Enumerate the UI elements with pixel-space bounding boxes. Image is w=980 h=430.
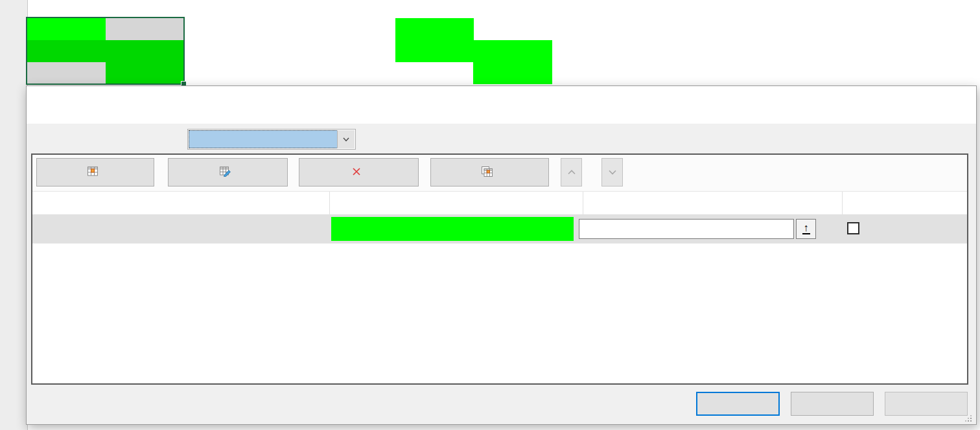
duplicate-rule-button[interactable] (430, 158, 549, 187)
sheet-bottom-sliver (27, 425, 980, 430)
rule-row[interactable]: ↑ (32, 214, 967, 243)
cell-F14[interactable] (474, 18, 552, 40)
resize-grip-icon[interactable] (964, 414, 973, 423)
chevron-up-icon (566, 167, 577, 178)
chevron-down-icon[interactable] (337, 130, 355, 148)
applies-to-input[interactable] (579, 219, 794, 239)
cell-E16[interactable] (395, 62, 474, 84)
cell-F15[interactable] (473, 40, 552, 62)
dialog-titlebar[interactable] (27, 86, 976, 124)
delete-rule-icon (351, 166, 362, 179)
range-picker-button[interactable]: ↑ (796, 219, 816, 239)
rule-format-preview (331, 217, 574, 241)
cell-E15[interactable] (395, 40, 474, 62)
close-button[interactable] (791, 392, 874, 416)
excel-screen: ↑ (0, 0, 980, 430)
ok-button[interactable] (696, 392, 780, 416)
edit-rule-button[interactable] (168, 158, 288, 187)
move-rule-down-button[interactable] (601, 158, 623, 187)
new-rule-icon (87, 166, 99, 179)
rules-list-header (32, 192, 967, 215)
duplicate-rule-icon (481, 166, 493, 179)
cell-F16[interactable] (473, 62, 552, 84)
new-rule-button[interactable] (36, 158, 154, 187)
help-icon[interactable] (890, 95, 907, 113)
edit-rule-icon (219, 166, 231, 179)
apply-button[interactable] (885, 392, 968, 416)
up-arrow-from-bar-icon: ↑ (804, 223, 809, 232)
chevron-down-icon (607, 167, 618, 178)
scope-select[interactable] (187, 129, 356, 150)
rules-panel: ↑ (31, 153, 968, 385)
column-separator (329, 192, 330, 214)
rules-toolbar (32, 155, 967, 192)
row-header-column (0, 0, 28, 430)
stop-if-true-checkbox[interactable] (847, 222, 859, 234)
move-rule-up-button[interactable] (561, 158, 582, 187)
column-separator (842, 192, 843, 214)
column-separator (583, 192, 583, 214)
delete-rule-button[interactable] (299, 158, 419, 187)
selection-marquee[interactable] (26, 17, 185, 85)
scope-select-value (189, 130, 338, 148)
cell-E14[interactable] (395, 18, 474, 40)
close-icon[interactable] (942, 95, 961, 114)
cf-rules-manager-dialog: ↑ (26, 85, 977, 425)
